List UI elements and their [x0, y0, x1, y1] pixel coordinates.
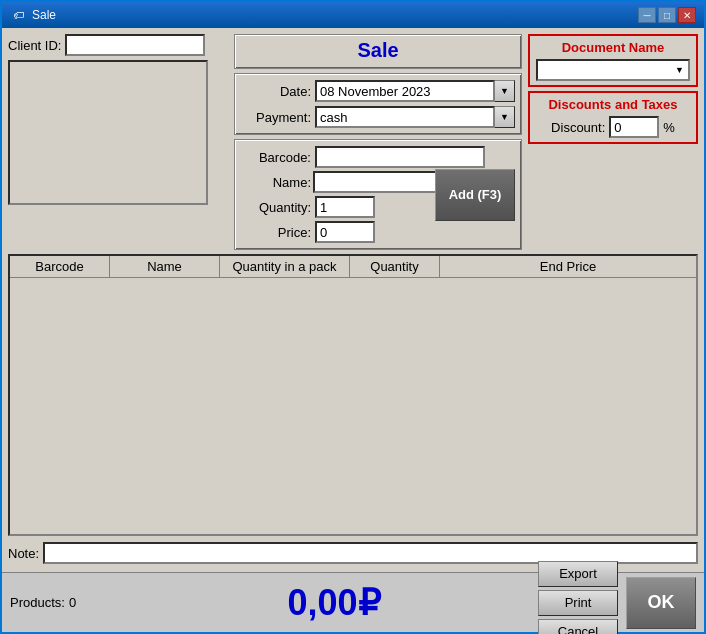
discounts-title: Discounts and Taxes: [536, 97, 690, 112]
products-info: Products: 0: [10, 595, 130, 610]
discount-input[interactable]: [609, 116, 659, 138]
footer-buttons: Export Print Cancel: [538, 561, 618, 635]
date-dropdown-button[interactable]: ▼: [495, 80, 515, 102]
date-payment-section: Date: ▼ Payment: ▼: [234, 73, 522, 135]
barcode-input[interactable]: [315, 146, 485, 168]
doc-name-title: Document Name: [536, 40, 690, 55]
quantity-row: Quantity: Add (F3): [241, 196, 515, 218]
footer: Products: 0 0,00₽ Export Print Cancel OK: [2, 572, 704, 632]
col-header-name: Name: [110, 256, 220, 277]
print-button[interactable]: Print: [538, 590, 618, 616]
sale-title: Sale: [234, 34, 522, 69]
price-label: Price:: [241, 225, 311, 240]
doc-name-dropdown-icon[interactable]: ▼: [675, 65, 684, 75]
client-image-box: [8, 60, 208, 205]
window-title: Sale: [32, 8, 638, 22]
client-row: Client ID:: [8, 34, 228, 56]
total-display: 0,00₽: [138, 582, 530, 624]
maximize-button[interactable]: □: [658, 7, 676, 23]
left-panel: Client ID:: [8, 34, 228, 250]
barcode-label: Barcode:: [241, 150, 311, 165]
item-form: Barcode: Name: ... Quantity: Add (F3): [234, 139, 522, 250]
date-dropdown: ▼: [315, 80, 515, 102]
quantity-label: Quantity:: [241, 200, 311, 215]
payment-label: Payment:: [241, 110, 311, 125]
window-body: Client ID: Sale Date: ▼: [2, 28, 704, 572]
right-panel: Document Name ▼ Discounts and Taxes Disc…: [528, 34, 698, 250]
payment-dropdown-button[interactable]: ▼: [495, 106, 515, 128]
date-input[interactable]: [315, 80, 495, 102]
center-panel: Sale Date: ▼ Payment: ▼: [234, 34, 522, 250]
discount-row: Discount: %: [536, 116, 690, 138]
date-label: Date:: [241, 84, 311, 99]
products-table: Barcode Name Quantity in a pack Quantity…: [8, 254, 698, 536]
col-header-barcode: Barcode: [10, 256, 110, 277]
discount-label: Discount:: [551, 120, 605, 135]
payment-row: Payment: ▼: [241, 106, 515, 128]
minimize-button[interactable]: ─: [638, 7, 656, 23]
payment-dropdown: ▼: [315, 106, 515, 128]
client-id-input[interactable]: [65, 34, 205, 56]
top-section: Client ID: Sale Date: ▼: [8, 34, 698, 250]
ok-button[interactable]: OK: [626, 577, 696, 629]
doc-name-section: Document Name ▼: [528, 34, 698, 87]
doc-name-dropdown[interactable]: ▼: [536, 59, 690, 81]
title-bar: 🏷 Sale ─ □ ✕: [2, 2, 704, 28]
main-window: 🏷 Sale ─ □ ✕ Client ID: Sale: [0, 0, 706, 634]
client-id-label: Client ID:: [8, 38, 61, 53]
percent-label: %: [663, 120, 675, 135]
quantity-input[interactable]: [315, 196, 375, 218]
cancel-button[interactable]: Cancel: [538, 619, 618, 635]
note-label: Note:: [8, 546, 39, 561]
discounts-section: Discounts and Taxes Discount: %: [528, 91, 698, 144]
close-button[interactable]: ✕: [678, 7, 696, 23]
products-label: Products:: [10, 595, 65, 610]
price-input[interactable]: [315, 221, 375, 243]
barcode-row: Barcode:: [241, 146, 515, 168]
title-bar-buttons: ─ □ ✕: [638, 7, 696, 23]
payment-input[interactable]: [315, 106, 495, 128]
col-header-qty: Quantity: [350, 256, 440, 277]
table-body: [10, 278, 696, 534]
window-icon: 🏷: [10, 7, 26, 23]
export-button[interactable]: Export: [538, 561, 618, 587]
products-count: 0: [69, 595, 76, 610]
name-label: Name:: [241, 175, 311, 190]
price-row: Price:: [241, 221, 515, 243]
col-header-end-price: End Price: [440, 256, 696, 277]
table-header: Barcode Name Quantity in a pack Quantity…: [10, 256, 696, 278]
add-button[interactable]: Add (F3): [435, 169, 515, 221]
date-row: Date: ▼: [241, 80, 515, 102]
col-header-qty-pack: Quantity in a pack: [220, 256, 350, 277]
